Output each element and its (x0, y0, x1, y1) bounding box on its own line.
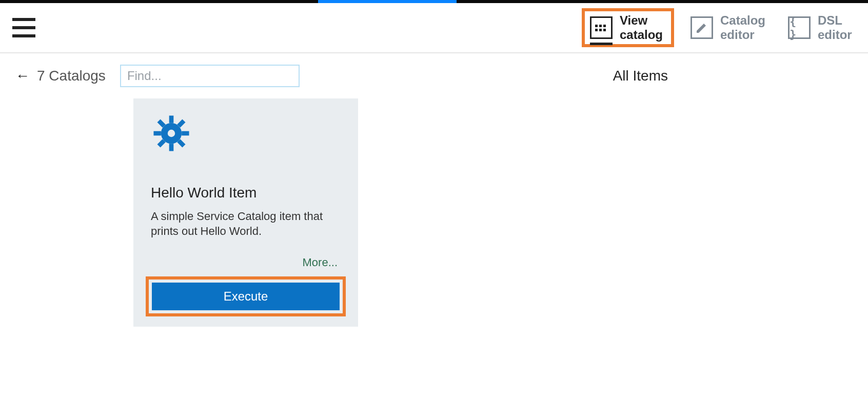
more-link[interactable]: More... (151, 256, 341, 269)
highlight-view-catalog: View catalog (582, 8, 674, 47)
header-bar: View catalog Catalog editor { } DSL edit… (0, 3, 868, 53)
menu-icon[interactable] (12, 18, 35, 37)
find-input[interactable] (120, 65, 300, 87)
header-nav: View catalog Catalog editor { } DSL edit… (587, 10, 854, 45)
nav-dsl-editor[interactable]: { } DSL editor (788, 13, 854, 42)
catalog-item-card[interactable]: Hello World Item A simple Service Catalo… (133, 98, 358, 327)
highlight-execute: Execute (146, 276, 346, 316)
nav-view-catalog[interactable]: View catalog (590, 13, 666, 42)
svg-rect-4 (182, 131, 189, 136)
nav-catalog-editor[interactable]: Catalog editor (691, 13, 766, 42)
svg-rect-1 (169, 115, 174, 123)
pencil-icon (691, 16, 713, 39)
braces-icon: { } (788, 16, 811, 39)
top-accent-strip (0, 0, 868, 3)
card-description: A simple Service Catalog item that print… (151, 209, 341, 238)
nav-catalog-editor-label: Catalog editor (720, 13, 766, 42)
catalogs-count-label[interactable]: 7 Catalogs (37, 68, 106, 84)
nav-view-catalog-label: View catalog (620, 13, 666, 42)
svg-rect-3 (153, 131, 161, 136)
back-arrow-icon[interactable]: ← (15, 68, 30, 84)
subheader-bar: ← 7 Catalogs All Items (0, 53, 868, 98)
content-area: Hello World Item A simple Service Catalo… (0, 98, 868, 327)
svg-point-9 (168, 130, 175, 137)
svg-rect-2 (169, 144, 174, 151)
top-accent-blue (318, 0, 457, 3)
grid-icon (590, 16, 613, 39)
all-items-label: All Items (613, 68, 668, 84)
card-title: Hello World Item (151, 185, 341, 201)
nav-dsl-editor-label: DSL editor (818, 13, 854, 42)
execute-button[interactable]: Execute (152, 283, 340, 310)
gear-icon (153, 115, 190, 152)
